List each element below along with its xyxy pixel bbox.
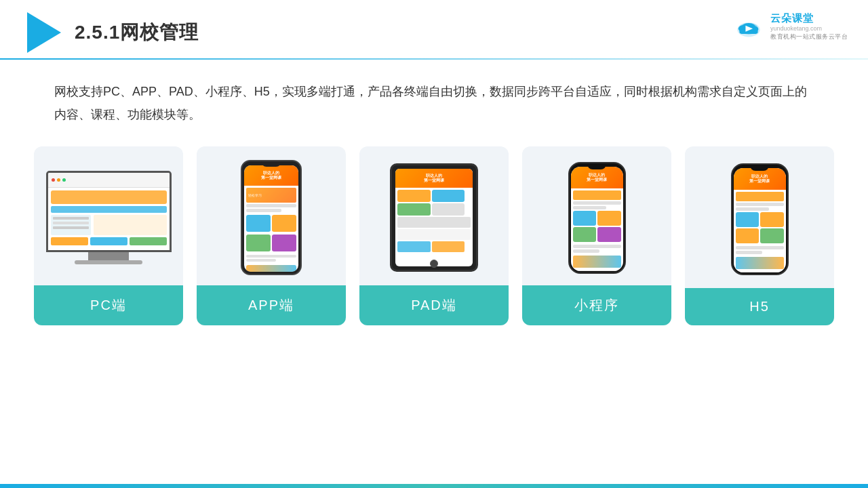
pc-device-mock	[46, 171, 172, 264]
header-divider	[0, 58, 868, 60]
h5-phone-screen: 职达人的第一堂网课	[734, 168, 786, 272]
tablet-header: 职达人的第一堂网课	[395, 169, 473, 188]
brand-logo: 云朵课堂 yunduoketang.com 教育机构一站式服务云平台	[732, 12, 848, 41]
miniprogram-label: 小程序	[522, 285, 671, 325]
app-phone-mock: 职达人的第一堂网课 轻松学习	[241, 160, 302, 275]
card-miniprogram: 职达人的第一堂网课	[522, 146, 671, 325]
card-h5: 职达人的第一堂网课	[685, 146, 834, 325]
phone-body-content: 轻松学习	[244, 186, 298, 272]
app-label: APP端	[197, 285, 346, 325]
app-image-area: 职达人的第一堂网课 轻松学习	[197, 146, 346, 285]
header: 2.5.1网校管理 云朵课堂 yunduoketang.com 教育机构一站式服…	[0, 0, 868, 53]
mini-phone-notch	[587, 163, 606, 169]
card-pc: PC端	[34, 146, 183, 325]
page-title: 2.5.1网校管理	[75, 20, 199, 45]
tablet-screen: 职达人的第一堂网课	[395, 169, 473, 266]
miniprogram-phone-mock: 职达人的第一堂网课	[568, 162, 626, 274]
tablet-body: 职达人的第一堂网课	[390, 163, 478, 272]
h5-header: 职达人的第一堂网课	[734, 168, 786, 190]
pc-base	[75, 260, 142, 264]
miniprogram-image-area: 职达人的第一堂网课	[522, 146, 671, 285]
pc-content	[48, 188, 170, 248]
pc-label: PC端	[34, 285, 183, 325]
phone-header: 职达人的第一堂网课	[244, 165, 298, 186]
h5-content	[734, 190, 786, 272]
phone-screen: 职达人的第一堂网课 轻松学习	[244, 165, 298, 272]
tablet-body-content	[395, 188, 473, 254]
pc-screen-bar	[48, 173, 170, 188]
description-text: 网校支持PC、APP、PAD、小程序、H5，实现多端打通，产品各终端自由切换，数…	[54, 80, 814, 126]
h5-phone-notch	[750, 165, 769, 171]
mini-content	[571, 188, 623, 271]
brand-url: yunduoketang.com	[770, 25, 822, 32]
h5-phone-body: 职达人的第一堂网课	[731, 163, 789, 275]
card-app: 职达人的第一堂网课 轻松学习	[197, 146, 346, 325]
pc-stand	[88, 252, 129, 260]
brand-subtitle: 教育机构一站式服务云平台	[770, 33, 848, 41]
mini-header: 职达人的第一堂网课	[571, 167, 623, 188]
h5-label: H5	[685, 288, 834, 325]
h5-header-text: 职达人的第一堂网课	[748, 174, 771, 184]
pad-image-area: 职达人的第一堂网课	[359, 146, 509, 285]
mini-header-text: 职达人的第一堂网课	[585, 173, 608, 182]
brand-name: 云朵课堂	[770, 12, 814, 25]
card-pad: 职达人的第一堂网课	[359, 146, 509, 325]
mini-phone-body: 职达人的第一堂网课	[568, 162, 626, 274]
tablet-home-btn	[430, 260, 438, 268]
pad-label: PAD端	[359, 285, 509, 325]
phone-body: 职达人的第一堂网课 轻松学习	[241, 160, 302, 275]
phone-notch	[261, 161, 281, 167]
bottom-decoration-bar	[0, 484, 868, 488]
brand-text: 云朵课堂 yunduoketang.com 教育机构一站式服务云平台	[770, 12, 848, 41]
phone-header-text: 职达人的第一堂网课	[261, 171, 281, 180]
logo-triangle	[27, 12, 61, 53]
h5-phone-mock: 职达人的第一堂网课	[731, 163, 789, 275]
h5-image-area: 职达人的第一堂网课	[685, 146, 834, 288]
tablet-mock: 职达人的第一堂网课	[390, 163, 478, 272]
pc-image-area	[34, 146, 183, 285]
brand-cloud-icon	[732, 14, 765, 40]
device-cards: PC端 职达人的第一堂网课 轻松学习	[0, 146, 868, 325]
pc-screen	[46, 171, 172, 252]
mini-phone-screen: 职达人的第一堂网课	[571, 167, 623, 271]
